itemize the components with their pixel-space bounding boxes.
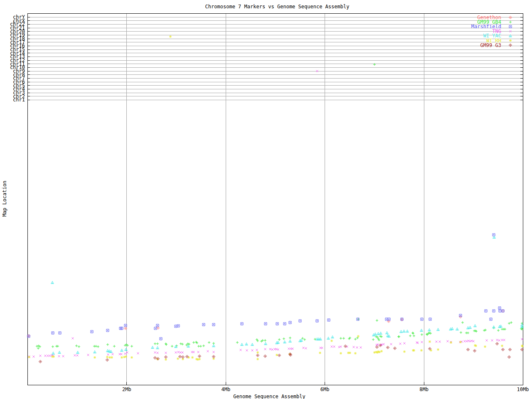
x-tick-label: 8Mb bbox=[419, 387, 429, 392]
chromosome-label: chr1 bbox=[13, 97, 25, 103]
series-wi-rh-points bbox=[28, 35, 524, 361]
legend-marker-gm99-gb4 bbox=[509, 21, 512, 23]
legend-label: GM99 G3 bbox=[480, 42, 501, 48]
chart-canvas: Chromosome 7 Markers vs Genome Sequence … bbox=[0, 0, 532, 399]
series-marshfield-dots bbox=[28, 234, 503, 339]
x-tick-label: 10Mb bbox=[517, 387, 529, 392]
legend-marker-wi-rh bbox=[509, 39, 512, 42]
series-wi-yac-dots bbox=[52, 237, 522, 354]
series-tng-points bbox=[28, 70, 523, 358]
x-tick-label: 4Mb bbox=[221, 387, 230, 392]
plot-svg: chrYchrXchr22chr21chr20chr19chr18chr17ch… bbox=[0, 0, 532, 399]
series-gm99-gb4-points bbox=[36, 63, 524, 350]
legend-marker-gm99-g3-dot bbox=[510, 45, 511, 46]
legend-marker-wi-yac-dot bbox=[510, 36, 511, 37]
plot-frame bbox=[27, 13, 523, 385]
x-tick-label: 6Mb bbox=[320, 387, 330, 392]
x-tick-label: 2Mb bbox=[122, 387, 131, 392]
series-wi-yac-points bbox=[51, 236, 524, 355]
legend-marker-genethon-dot bbox=[510, 17, 511, 18]
legend-marker-marshfield-dot bbox=[510, 26, 511, 27]
